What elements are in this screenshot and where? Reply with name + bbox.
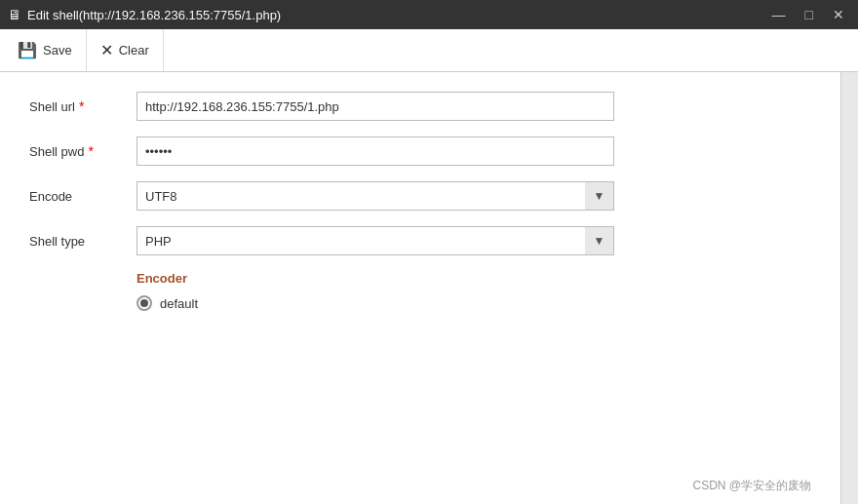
title-bar-left: 🖥 Edit shell(http://192.168.236.155:7755… <box>8 7 281 22</box>
shell-type-select-wrapper: PHP ASP ASPX JSP ▼ <box>136 226 614 255</box>
encoder-section: Encoder default <box>136 271 811 311</box>
shell-pwd-label: Shell pwd * <box>29 143 136 159</box>
shell-type-row: Shell type PHP ASP ASPX JSP ▼ <box>29 226 811 255</box>
encode-label: Encode <box>29 189 136 204</box>
title-bar: 🖥 Edit shell(http://192.168.236.155:7755… <box>0 0 858 29</box>
watermark: CSDN @学安全的废物 <box>692 478 811 494</box>
form-area-wrapper: Shell url * Shell pwd * Encode <box>0 72 840 504</box>
encode-row: Encode UTF8 GBK UTF-16 ISO-8859-1 ▼ <box>29 181 811 211</box>
main-content: Shell url * Shell pwd * Encode <box>0 72 858 504</box>
app-icon: 🖥 <box>8 7 21 22</box>
window-title: Edit shell(http://192.168.236.155:7755/1… <box>27 8 281 22</box>
shell-pwd-row: Shell pwd * <box>29 136 811 166</box>
clear-label: Clear <box>119 43 149 58</box>
default-radio-row: default <box>136 295 811 311</box>
shell-pwd-required: * <box>88 143 93 159</box>
minimize-button[interactable]: — <box>766 5 792 24</box>
save-icon: 💾 <box>18 41 37 59</box>
shell-type-select[interactable]: PHP ASP ASPX JSP <box>136 226 614 255</box>
shell-url-required: * <box>79 98 84 114</box>
form-area: Shell url * Shell pwd * Encode <box>0 72 840 504</box>
shell-url-label: Shell url * <box>29 98 136 114</box>
save-label: Save <box>43 43 72 58</box>
scrollbar-track[interactable] <box>841 72 858 504</box>
clear-icon: ✕ <box>100 41 113 59</box>
save-button[interactable]: 💾 Save <box>4 29 87 71</box>
shell-type-label: Shell type <box>29 234 136 249</box>
encode-select[interactable]: UTF8 GBK UTF-16 ISO-8859-1 <box>136 181 614 211</box>
default-radio-label: default <box>160 296 198 311</box>
right-scrollbar[interactable] <box>840 72 858 504</box>
encoder-section-label: Encoder <box>136 271 811 286</box>
title-bar-controls: — □ ✕ <box>766 5 850 24</box>
clear-button[interactable]: ✕ Clear <box>87 29 164 71</box>
maximize-button[interactable]: □ <box>800 5 819 24</box>
encode-select-wrapper: UTF8 GBK UTF-16 ISO-8859-1 ▼ <box>136 181 614 211</box>
shell-pwd-input[interactable] <box>136 136 614 166</box>
shell-url-row: Shell url * <box>29 92 811 121</box>
default-radio-button[interactable] <box>136 295 152 311</box>
close-button[interactable]: ✕ <box>827 5 850 24</box>
shell-url-input[interactable] <box>136 92 614 121</box>
toolbar: 💾 Save ✕ Clear <box>0 29 858 72</box>
